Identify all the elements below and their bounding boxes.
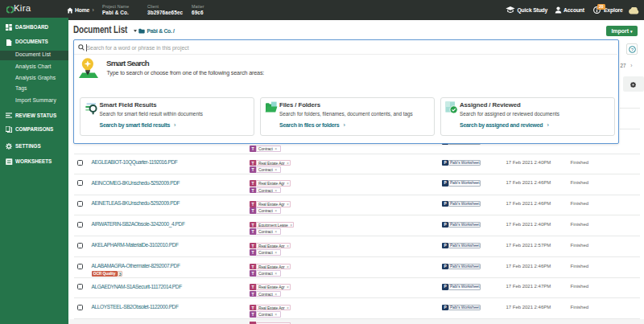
svg-text:?: ? (631, 47, 634, 51)
